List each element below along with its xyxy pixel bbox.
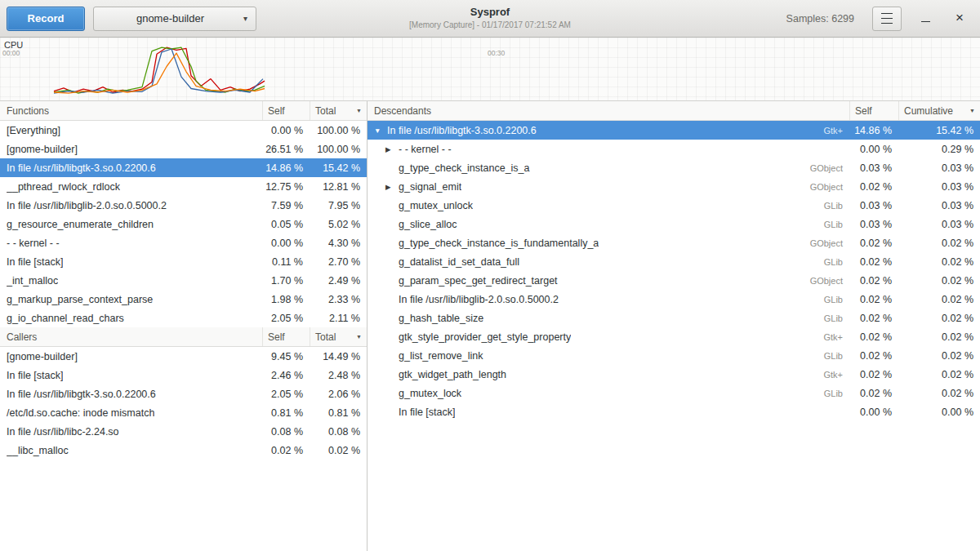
table-row[interactable]: __pthread_rwlock_rdlock12.75 %12.81 % [0,177,367,196]
cpu-usage-graph[interactable]: CPU 00:00 00:30 [0,38,980,101]
record-button-label: Record [28,12,65,24]
cumulative-value: 0.03 % [898,162,980,174]
self-value: 0.11 % [262,256,310,268]
column-header-total[interactable]: Total ▼ [310,101,367,120]
table-row[interactable]: gtk_style_provider_get_style_propertyGtk… [368,327,980,346]
table-row[interactable]: ▶g_signal_emitGObject0.02 %0.03 % [368,177,980,196]
table-row[interactable]: [Everything]0.00 %100.00 % [0,121,367,140]
total-value: 2.48 % [310,370,367,381]
cpu-trace-cpu1 [54,47,265,93]
tree-indent [374,186,385,187]
symbol-name: [gnome-builder] [7,144,78,155]
expander-collapsed-icon[interactable]: ▶ [385,145,399,153]
symbol-name: In file /usr/lib/libgtk-3.so.0.2200.6 [387,125,537,136]
table-row[interactable]: ▼In file /usr/lib/libgtk-3.so.0.2200.6Gt… [368,121,980,140]
column-header-self[interactable]: Self [262,327,310,346]
record-button[interactable]: Record [7,7,85,31]
table-row[interactable]: [gnome-builder]26.51 %100.00 % [0,140,367,158]
cpu-traces [0,38,980,100]
self-value: 0.02 % [262,445,310,456]
table-row[interactable]: g_hash_table_sizeGLib0.02 %0.02 % [368,309,980,327]
tree-indent [374,242,385,243]
symbol-name: - - kernel - - [399,144,452,155]
table-row[interactable]: ▶- - kernel - -0.00 %0.29 % [368,140,980,158]
table-row[interactable]: In file /usr/lib/libglib-2.0.so.0.5000.2… [368,290,980,309]
library-label: GLib [824,220,849,229]
expander-expanded-icon[interactable]: ▼ [374,127,387,135]
table-row[interactable]: g_slice_allocGLib0.03 %0.03 % [368,215,980,233]
library-label: GObject [810,276,849,286]
table-row[interactable]: __libc_malloc0.02 %0.02 % [0,441,367,460]
menu-button[interactable] [872,7,902,31]
descendants-pane: Descendants Self Cumulative ▼ ▼In file /… [368,101,980,551]
cumulative-value: 0.02 % [898,369,980,380]
callers-header-row: Callers Self Total ▼ [0,327,367,347]
name-cell: g_mutex_unlockGLib [368,200,849,211]
table-row[interactable]: [gnome-builder]9.45 %14.49 % [0,347,367,366]
self-value: 9.45 % [262,351,310,362]
tree-indent [374,299,385,300]
symbol-name: - - kernel - - [7,238,60,249]
column-header-descendants[interactable]: Descendants [368,101,849,120]
column-header-self[interactable]: Self [849,101,898,120]
self-value: 26.51 % [262,144,310,155]
hamburger-icon [881,13,893,24]
self-value: 0.02 % [849,369,898,380]
tree-indent [374,411,385,412]
table-row[interactable]: g_type_check_instance_is_aGObject0.03 %0… [368,158,980,177]
expander-collapsed-icon[interactable]: ▶ [385,183,399,191]
table-row[interactable]: In file [stack]0.00 %0.00 % [368,402,980,421]
table-row[interactable]: In file /usr/lib/libgtk-3.so.0.2200.62.0… [0,384,367,403]
table-row[interactable]: g_param_spec_get_redirect_targetGObject0… [368,271,980,290]
symbol-name: /etc/ld.so.cache: inode mismatch [7,407,154,419]
table-row[interactable]: g_io_channel_read_chars2.05 %2.11 % [0,309,367,327]
cpu-trace-cpu2 [54,49,263,93]
callers-table-body: [gnome-builder]9.45 %14.49 %In file [sta… [0,347,367,460]
symbol-name: g_mutex_unlock [399,200,473,211]
table-row[interactable]: g_datalist_id_set_data_fullGLib0.02 %0.0… [368,252,980,271]
table-row[interactable]: g_mutex_lockGLib0.02 %0.02 % [368,384,980,402]
table-row[interactable]: g_type_check_instance_is_fundamentally_a… [368,233,980,252]
name-cell: In file /usr/lib/libgtk-3.so.0.2200.6 [0,162,262,174]
cumulative-value: 0.03 % [898,181,980,193]
symbol-name: g_markup_parse_context_parse [7,294,153,305]
name-cell: In file [stack] [0,370,262,381]
table-row[interactable]: _int_malloc1.70 %2.49 % [0,271,367,290]
table-row[interactable]: g_resource_enumerate_children0.05 %5.02 … [0,215,367,233]
tree-indent [374,167,385,168]
table-row[interactable]: In file /usr/lib/libgtk-3.so.0.2200.614.… [0,158,367,177]
sort-indicator-icon: ▼ [969,108,975,113]
symbol-name: g_io_channel_read_chars [7,313,124,324]
cumulative-value: 0.03 % [898,200,980,211]
table-row[interactable]: In file /usr/lib/libglib-2.0.so.0.5000.2… [0,196,367,215]
table-row[interactable]: In file [stack]2.46 %2.48 % [0,366,367,384]
column-header-self[interactable]: Self [262,101,310,120]
table-row[interactable]: - - kernel - -0.00 %4.30 % [0,233,367,252]
cumulative-value: 0.00 % [898,407,980,418]
self-value: 0.00 % [849,144,898,155]
column-header-callers[interactable]: Callers [0,327,262,346]
column-header-total[interactable]: Total ▼ [310,327,367,346]
close-button[interactable]: × [949,8,970,29]
table-row[interactable]: In file /usr/lib/libc-2.24.so0.08 %0.08 … [0,422,367,441]
table-row[interactable]: g_markup_parse_context_parse1.98 %2.33 % [0,290,367,309]
process-selector-dropdown[interactable]: gnome-builder ▾ [93,7,256,31]
functions-table-body: [Everything]0.00 %100.00 %[gnome-builder… [0,121,367,327]
self-value: 0.02 % [849,313,898,324]
total-value: 2.70 % [310,256,367,268]
table-row[interactable]: g_mutex_unlockGLib0.03 %0.03 % [368,196,980,215]
minimize-button[interactable] [915,8,936,29]
table-row[interactable]: g_list_remove_linkGLib0.02 %0.02 % [368,346,980,365]
self-value: 12.75 % [262,181,310,193]
tree-indent [374,261,385,262]
time-tick-start: 00:00 [2,49,20,57]
symbol-name: g_param_spec_get_redirect_target [399,275,558,287]
column-header-cumulative[interactable]: Cumulative ▼ [898,101,980,120]
name-cell: g_param_spec_get_redirect_targetGObject [368,275,849,287]
self-value: 7.59 % [262,200,310,211]
table-row[interactable]: In file [stack]0.11 %2.70 % [0,252,367,271]
table-row[interactable]: gtk_widget_path_lengthGtk+0.02 %0.02 % [368,365,980,384]
self-value: 2.05 % [262,389,310,400]
table-row[interactable]: /etc/ld.so.cache: inode mismatch0.81 %0.… [0,403,367,422]
column-header-functions[interactable]: Functions [0,101,262,120]
